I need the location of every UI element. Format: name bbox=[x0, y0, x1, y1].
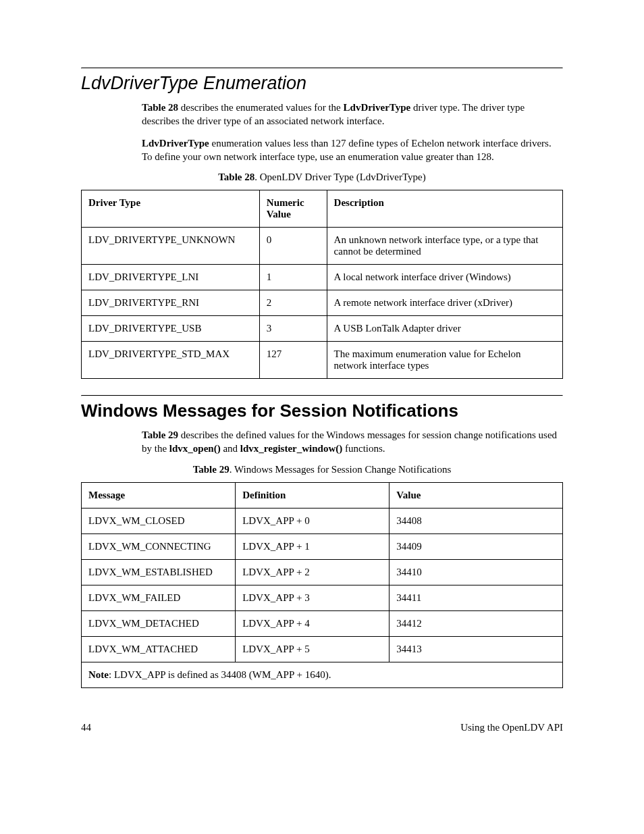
table-cell: LDV_DRIVERTYPE_USB bbox=[82, 316, 260, 342]
text: functions. bbox=[342, 443, 385, 454]
section-rule bbox=[81, 68, 563, 69]
table-cell: LDVX_WM_CLOSED bbox=[82, 508, 236, 533]
table-cell: LDVX_APP + 2 bbox=[236, 559, 390, 585]
section2-para1: Table 29 describes the defined values fo… bbox=[142, 428, 563, 456]
section-rule bbox=[81, 395, 563, 396]
caption-label: Table 28 bbox=[218, 172, 254, 182]
table-cell: LDVX_APP + 4 bbox=[236, 610, 390, 636]
table-cell: A USB LonTalk Adapter driver bbox=[327, 316, 562, 342]
section1-body: Table 28 describes the enumerated values… bbox=[142, 101, 563, 163]
table-cell: LDV_DRIVERTYPE_UNKNOWN bbox=[82, 228, 260, 265]
table-cell: 34411 bbox=[390, 585, 563, 610]
ref-table29: Table 29 bbox=[142, 429, 178, 440]
col-driver-type: Driver Type bbox=[82, 190, 260, 228]
table-note: Note: LDVX_APP is defined as 34408 (WM_A… bbox=[82, 662, 563, 687]
table-row: LDVX_WM_ESTABLISHEDLDVX_APP + 234410 bbox=[82, 559, 563, 585]
heading-ldvdrivertype: LdvDriverType Enumeration bbox=[81, 73, 563, 94]
table-cell: LDVX_APP + 3 bbox=[236, 585, 390, 610]
text: describes the enumerated values for the bbox=[178, 102, 343, 113]
ref-table28: Table 28 bbox=[142, 102, 178, 113]
func-ldvx-open: ldvx_open() bbox=[169, 443, 221, 454]
note-text: : LDVX_APP is defined as 34408 (WM_APP +… bbox=[109, 669, 331, 680]
table-row: LDV_DRIVERTYPE_USB3A USB LonTalk Adapter… bbox=[82, 316, 563, 342]
table-cell: 34410 bbox=[390, 559, 563, 585]
table-header-row: Driver Type Numeric Value Description bbox=[82, 190, 563, 228]
table-cell: 3 bbox=[259, 316, 327, 342]
table-row: LDV_DRIVERTYPE_LNI1A local network inter… bbox=[82, 265, 563, 290]
table-row: LDVX_WM_FAILEDLDVX_APP + 334411 bbox=[82, 585, 563, 610]
col-numeric-value: Numeric Value bbox=[259, 190, 327, 228]
table-row: LDVX_WM_ATTACHEDLDVX_APP + 534413 bbox=[82, 636, 563, 662]
func-ldvx-register-window: ldvx_register_window() bbox=[240, 443, 342, 454]
col-value: Value bbox=[390, 482, 563, 508]
table-cell: 127 bbox=[259, 342, 327, 379]
col-message: Message bbox=[82, 482, 236, 508]
caption-text: . Windows Messages for Session Change No… bbox=[230, 464, 452, 475]
table-row: LDV_DRIVERTYPE_STD_MAX127The maximum enu… bbox=[82, 342, 563, 379]
table-28: Driver Type Numeric Value Description LD… bbox=[81, 190, 563, 379]
table-cell: A local network interface driver (Window… bbox=[327, 265, 562, 290]
table-cell: LDV_DRIVERTYPE_RNI bbox=[82, 290, 260, 316]
table-cell: LDV_DRIVERTYPE_STD_MAX bbox=[82, 342, 260, 379]
heading-windows-messages: Windows Messages for Session Notificatio… bbox=[81, 400, 563, 421]
footer-title: Using the OpenLDV API bbox=[460, 722, 563, 733]
term-ldvdrivertype: LdvDriverType bbox=[142, 138, 209, 149]
table-cell: 34413 bbox=[390, 636, 563, 662]
table-cell: 0 bbox=[259, 228, 327, 265]
text: and bbox=[221, 443, 240, 454]
table-row: LDVX_WM_CONNECTINGLDVX_APP + 134409 bbox=[82, 533, 563, 559]
table29-caption: Table 29. Windows Messages for Session C… bbox=[81, 464, 563, 475]
page-footer: 44 Using the OpenLDV API bbox=[81, 722, 563, 733]
table-cell: An unknown network interface type, or a … bbox=[327, 228, 562, 265]
section1-para1: Table 28 describes the enumerated values… bbox=[142, 101, 563, 128]
table-cell: 2 bbox=[259, 290, 327, 316]
page-number: 44 bbox=[81, 722, 91, 733]
page: LdvDriverType Enumeration Table 28 descr… bbox=[0, 0, 644, 774]
note-label: Note bbox=[88, 669, 109, 680]
table-row: LDVX_WM_CLOSEDLDVX_APP + 034408 bbox=[82, 508, 563, 533]
table-cell: LDVX_WM_CONNECTING bbox=[82, 533, 236, 559]
table-cell: A remote network interface driver (xDriv… bbox=[327, 290, 562, 316]
col-description: Description bbox=[327, 190, 562, 228]
table-cell: LDVX_WM_FAILED bbox=[82, 585, 236, 610]
table-cell: LDVX_WM_ESTABLISHED bbox=[82, 559, 236, 585]
table-cell: 34408 bbox=[390, 508, 563, 533]
table-cell: The maximum enumeration value for Echelo… bbox=[327, 342, 562, 379]
table-cell: LDVX_WM_DETACHED bbox=[82, 610, 236, 636]
table-cell: 34409 bbox=[390, 533, 563, 559]
table-cell: LDVX_WM_ATTACHED bbox=[82, 636, 236, 662]
caption-text: . OpenLDV Driver Type (LdvDriverType) bbox=[254, 172, 426, 182]
table-header-row: Message Definition Value bbox=[82, 482, 563, 508]
table28-caption: Table 28. OpenLDV Driver Type (LdvDriver… bbox=[81, 172, 563, 183]
table-cell: LDV_DRIVERTYPE_LNI bbox=[82, 265, 260, 290]
table-row: LDVX_WM_DETACHEDLDVX_APP + 434412 bbox=[82, 610, 563, 636]
table-cell: 1 bbox=[259, 265, 327, 290]
table-cell: LDVX_APP + 1 bbox=[236, 533, 390, 559]
table-row: LDV_DRIVERTYPE_UNKNOWN0An unknown networ… bbox=[82, 228, 563, 265]
table-29: Message Definition Value LDVX_WM_CLOSEDL… bbox=[81, 482, 563, 688]
table-cell: LDVX_APP + 0 bbox=[236, 508, 390, 533]
col-definition: Definition bbox=[236, 482, 390, 508]
section1-para2: LdvDriverType enumeration values less th… bbox=[142, 136, 563, 164]
section2-body: Table 29 describes the defined values fo… bbox=[142, 428, 563, 456]
table-cell: 34412 bbox=[390, 610, 563, 636]
table-note-row: Note: LDVX_APP is defined as 34408 (WM_A… bbox=[82, 662, 563, 687]
table-row: LDV_DRIVERTYPE_RNI2A remote network inte… bbox=[82, 290, 563, 316]
term-ldvdrivertype: LdvDriverType bbox=[344, 102, 411, 113]
table-cell: LDVX_APP + 5 bbox=[236, 636, 390, 662]
caption-label: Table 29 bbox=[193, 464, 230, 475]
